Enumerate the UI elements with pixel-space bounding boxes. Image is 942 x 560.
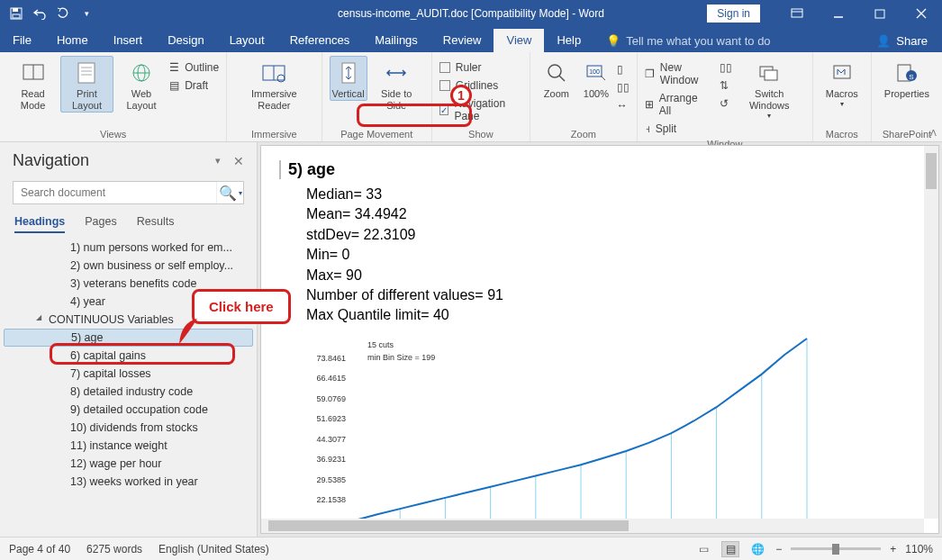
page-width-button[interactable]: ↔	[617, 97, 630, 113]
immersive-reader-icon	[261, 59, 286, 86]
document-canvas[interactable]: 5) age Median= 33Mean= 34.4942stdDev= 22…	[260, 145, 939, 534]
multi-page-button[interactable]: ▯▯	[617, 79, 630, 95]
undo-icon[interactable]	[29, 3, 50, 24]
zoom-in-button[interactable]: +	[890, 543, 896, 555]
navigation-pane-checkbox[interactable]: ✓Navigation Pane	[439, 95, 522, 124]
tab-file[interactable]: File	[0, 29, 44, 52]
close-button[interactable]	[901, 0, 942, 27]
properties-button[interactable]: SProperties	[879, 56, 935, 100]
chart-y-tick: 36.9231	[316, 455, 346, 464]
chart-y-tick: 22.1538	[316, 495, 346, 504]
group-label-immersive: Immersive	[251, 127, 297, 140]
sync-scroll-button[interactable]: ⇅	[720, 77, 732, 94]
nav-heading-item[interactable]: 4) year	[4, 293, 253, 311]
status-page[interactable]: Page 4 of 40	[9, 543, 70, 555]
split-button[interactable]: ⫞Split	[645, 121, 711, 137]
nav-heading-item[interactable]: 12) wage per hour	[4, 455, 253, 473]
horizontal-scrollbar[interactable]	[261, 519, 924, 533]
tab-view[interactable]: View	[494, 29, 544, 52]
status-language[interactable]: English (United States)	[159, 543, 269, 555]
draft-button[interactable]: ▤Draft	[169, 77, 219, 94]
ruler-checkbox[interactable]: Ruler	[439, 59, 522, 76]
side-by-side-icon: ▯▯	[720, 61, 732, 74]
arrange-all-button[interactable]: ⊞Arrange All	[645, 90, 711, 119]
nav-heading-item[interactable]: 9) detailed occupation code	[4, 401, 253, 419]
reset-position-button[interactable]: ↺	[720, 95, 732, 112]
vertical-button[interactable]: Vertical	[330, 56, 367, 101]
nav-heading-item[interactable]: 8) detailed industry code	[4, 383, 253, 401]
zoom-out-button[interactable]: −	[775, 543, 782, 555]
tab-home[interactable]: Home	[44, 29, 101, 52]
redo-icon[interactable]	[52, 3, 74, 24]
view-side-by-side-button[interactable]: ▯▯	[720, 59, 732, 76]
nav-heading-item[interactable]: 5) age	[4, 329, 253, 347]
status-words[interactable]: 6275 words	[86, 543, 142, 555]
nav-heading-item[interactable]: 11) instance weight	[4, 437, 253, 455]
vertical-scrollbar[interactable]	[924, 146, 938, 519]
share-button[interactable]: 👤Share	[862, 30, 942, 52]
sign-in-button[interactable]: Sign in	[707, 5, 760, 23]
nav-heading-item[interactable]: 10) dividends from stocks	[4, 419, 253, 437]
switch-windows-button[interactable]: Switch Windows▾	[734, 56, 805, 121]
tab-review[interactable]: Review	[430, 29, 494, 52]
zoom-slider[interactable]	[791, 547, 881, 550]
chart-y-tick: 51.6923	[316, 414, 346, 423]
nav-headings-tree: 1) num persons worked for em...2) own bu…	[0, 233, 257, 494]
read-mode-button[interactable]: Read Mode	[7, 56, 59, 112]
side-to-side-icon	[384, 59, 409, 86]
nav-tab-pages[interactable]: Pages	[85, 212, 116, 233]
nav-heading-item[interactable]: 2) own business or self employ...	[4, 257, 253, 275]
nav-heading-item[interactable]: 1) num persons worked for em...	[4, 239, 253, 257]
chart-y-tick: 29.5385	[316, 475, 346, 484]
chart-y-tick: 66.4615	[316, 374, 346, 383]
nav-options-icon[interactable]: ▾	[215, 155, 221, 167]
tab-mailings[interactable]: Mailings	[362, 29, 430, 52]
tab-insert[interactable]: Insert	[101, 29, 156, 52]
nav-heading-item[interactable]: 3) veterans benefits code	[4, 275, 253, 293]
nav-search-input[interactable]	[14, 186, 216, 199]
share-icon: 👤	[876, 34, 891, 48]
nav-heading-item[interactable]: CONTINUOUS Variables	[4, 311, 253, 329]
side-to-side-button[interactable]: Side to Side	[369, 56, 424, 112]
stat-line: stdDev= 22.3109	[288, 225, 911, 245]
nav-tab-results[interactable]: Results	[137, 212, 175, 233]
immersive-reader-button[interactable]: Immersive Reader	[234, 56, 313, 112]
macros-button[interactable]: Macros▾	[820, 56, 864, 109]
tab-layout[interactable]: Layout	[217, 29, 277, 52]
outline-button[interactable]: ☰Outline	[169, 59, 219, 76]
status-read-mode-icon[interactable]: ▭	[694, 541, 712, 557]
nav-search-box[interactable]: 🔍▾	[13, 181, 244, 204]
zoom-level[interactable]: 110%	[905, 543, 933, 555]
zoom-100-button[interactable]: 100100%	[577, 56, 615, 100]
svg-point-22	[548, 65, 561, 77]
gridlines-checkbox[interactable]: Gridlines	[439, 77, 522, 94]
maximize-button[interactable]	[859, 0, 901, 27]
search-icon[interactable]: 🔍▾	[216, 182, 243, 203]
tab-design[interactable]: Design	[155, 29, 216, 52]
web-layout-button[interactable]: Web Layout	[115, 56, 168, 112]
collapse-ribbon-icon[interactable]: ᐱ	[930, 128, 937, 138]
tab-help[interactable]: Help	[544, 29, 593, 52]
nav-heading-item[interactable]: 13) weeks worked in year	[4, 473, 253, 491]
svg-rect-6	[875, 10, 884, 18]
tab-references[interactable]: References	[277, 29, 362, 52]
one-page-button[interactable]: ▯	[617, 61, 630, 77]
svg-text:S: S	[909, 73, 913, 81]
ribbon-display-icon[interactable]	[776, 0, 818, 27]
tell-me-search[interactable]: 💡Tell me what you want to do	[593, 30, 783, 52]
zoom-button[interactable]: Zoom	[538, 56, 575, 100]
minimize-button[interactable]	[818, 0, 859, 27]
nav-tab-headings[interactable]: Headings	[14, 212, 65, 233]
svg-rect-11	[78, 63, 95, 83]
status-web-layout-icon[interactable]: 🌐	[748, 541, 766, 557]
nav-heading-item[interactable]: 6) capital gains	[4, 347, 253, 365]
qat-more-icon[interactable]: ▾	[76, 3, 97, 24]
sync-scroll-icon: ⇅	[720, 79, 729, 92]
save-icon[interactable]	[5, 3, 27, 24]
nav-close-icon[interactable]: ✕	[233, 154, 244, 168]
status-print-layout-icon[interactable]: ▤	[721, 541, 739, 557]
print-layout-button[interactable]: Print Layout	[60, 56, 113, 113]
svg-rect-2	[13, 14, 20, 18]
nav-heading-item[interactable]: 7) capital losses	[4, 365, 253, 383]
new-window-button[interactable]: ❐New Window	[645, 59, 711, 88]
